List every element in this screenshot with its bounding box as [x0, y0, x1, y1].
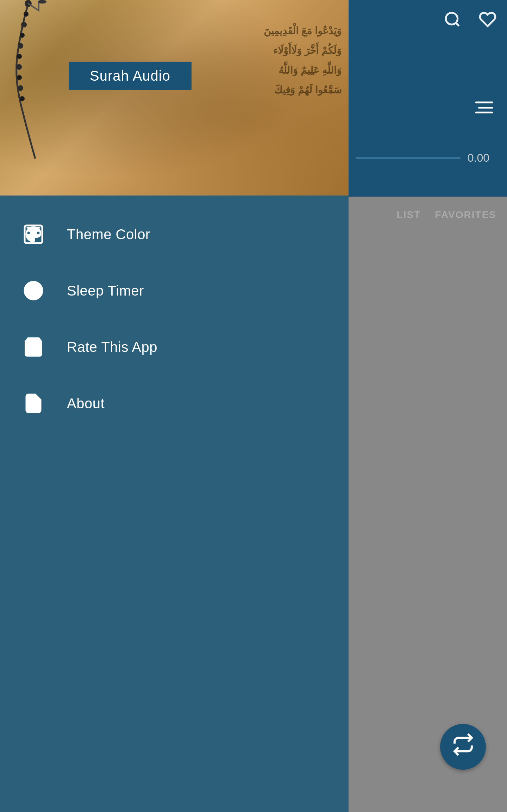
svg-line-1: [456, 23, 459, 26]
about-icon: [21, 391, 46, 416]
about-label: About: [67, 396, 105, 411]
tab-favorites[interactable]: FAVORITES: [435, 209, 496, 221]
menu-icon-area[interactable]: [475, 100, 493, 118]
progress-time: 0.00: [468, 151, 489, 165]
drawer-item-about[interactable]: About: [0, 375, 349, 432]
svg-point-9: [18, 43, 23, 49]
favorites-heart-icon[interactable]: [479, 11, 496, 32]
sleep-timer-icon: [21, 278, 46, 303]
navigation-drawer: وَيَدْعُوا مَعَ الْقَدِيمِينَ وَلَكُمْ أ…: [0, 0, 349, 812]
svg-point-0: [446, 13, 457, 24]
drawer-item-rate-app[interactable]: Rate This App: [0, 319, 349, 375]
svg-point-15: [38, 0, 46, 4]
progress-bar[interactable]: [356, 157, 461, 159]
svg-point-6: [24, 12, 29, 17]
fab-repeat-button[interactable]: [440, 724, 486, 770]
theme-color-label: Theme Color: [67, 227, 150, 242]
repeat-icon: [452, 733, 475, 761]
svg-rect-2: [475, 101, 493, 103]
tabs-bar: LIST FAVORITES: [349, 197, 507, 233]
theme-color-icon: [21, 222, 46, 247]
drawer-item-theme-color[interactable]: Theme Color: [0, 206, 349, 262]
rate-app-label: Rate This App: [67, 339, 157, 355]
sleep-timer-label: Sleep Timer: [67, 283, 144, 299]
svg-point-8: [20, 33, 25, 38]
content-area: [349, 233, 507, 812]
drawer-item-sleep-timer[interactable]: Sleep Timer: [0, 262, 349, 319]
svg-point-13: [18, 85, 23, 91]
drawer-header-image: وَيَدْعُوا مَعَ الْقَدِيمِينَ وَلَكُمْ أ…: [0, 0, 349, 196]
search-icon[interactable]: [444, 11, 461, 32]
svg-point-14: [20, 96, 25, 101]
svg-rect-3: [478, 107, 493, 109]
svg-point-10: [17, 54, 22, 59]
svg-rect-4: [475, 112, 493, 113]
rate-app-icon: [21, 335, 46, 359]
playback-area: 0.00: [349, 148, 496, 168]
header-icons: [444, 11, 496, 32]
svg-point-7: [21, 22, 27, 27]
drawer-menu: Theme Color Sleep Timer Ra: [0, 196, 349, 812]
tab-list[interactable]: LIST: [397, 209, 421, 221]
svg-point-11: [16, 64, 22, 70]
svg-point-12: [17, 75, 22, 80]
beads-decoration: [0, 0, 77, 162]
drawer-app-title: Surah Audio: [69, 62, 192, 90]
